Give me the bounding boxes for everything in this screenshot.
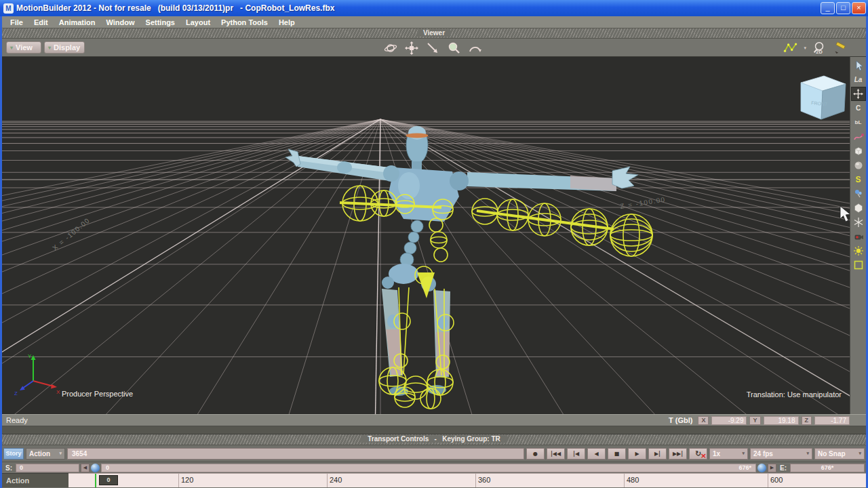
translate-icon[interactable] bbox=[851, 87, 866, 101]
ik-icon[interactable] bbox=[851, 186, 866, 201]
frame-count-field[interactable]: 3654 bbox=[67, 448, 524, 460]
region-frame-icon[interactable] bbox=[851, 258, 866, 272]
manipulator-hint-label: Translation: Use manipulator bbox=[747, 390, 842, 399]
select-line-icon[interactable] bbox=[425, 41, 440, 56]
arc-rotate-icon[interactable] bbox=[467, 41, 482, 56]
playhead-frame-badge: 0 bbox=[99, 475, 118, 485]
menu-help[interactable]: Help bbox=[273, 18, 300, 26]
axis-x-label: X bbox=[56, 389, 60, 395]
story-button[interactable]: Story bbox=[3, 448, 24, 460]
chevron-down-icon: ▾ bbox=[10, 45, 13, 51]
range-start-field[interactable]: 0 bbox=[16, 464, 79, 472]
side-toolbar: La C bL S bbox=[850, 57, 866, 414]
next-key-button[interactable]: ▶| bbox=[648, 448, 667, 460]
viewport-canvas[interactable]: X = -100.00 Z = -100.00 bbox=[2, 57, 850, 414]
z-value-field[interactable]: -1.77 bbox=[814, 416, 850, 425]
app-icon: M bbox=[3, 3, 14, 14]
menu-python-tools[interactable]: Python Tools bbox=[216, 18, 273, 26]
display-dropdown-button[interactable]: ▾ Display bbox=[44, 41, 85, 54]
chevron-down-icon[interactable]: ▾ bbox=[804, 45, 806, 51]
x-axis-tab: X bbox=[698, 416, 709, 425]
step-back-button[interactable]: ◀ bbox=[587, 448, 606, 460]
tick-360: 360 bbox=[478, 476, 490, 484]
status-bar: Ready T (Gbl) X -9.29 Y 19.18 Z -1.77 bbox=[2, 414, 866, 426]
sun-icon[interactable] bbox=[851, 243, 866, 258]
rotate-icon[interactable]: C bbox=[851, 101, 866, 115]
z-axis-tab: Z bbox=[802, 416, 812, 425]
curve-pen-icon[interactable] bbox=[851, 129, 866, 144]
title-bar: M MotionBuilder 2012 - Not for resale (b… bbox=[0, 0, 868, 16]
menu-layout[interactable]: Layout bbox=[180, 18, 216, 26]
play-button[interactable]: ▶ bbox=[628, 448, 646, 460]
scale-icon[interactable]: bL bbox=[851, 115, 866, 129]
draw-icon[interactable] bbox=[832, 41, 847, 56]
lasso-icon[interactable]: La bbox=[851, 73, 866, 87]
timeline: Action 120 240 360 480 600 0 bbox=[2, 473, 866, 487]
view-dropdown-button[interactable]: ▾ View bbox=[6, 41, 41, 54]
snap-dropdown[interactable]: No Snap ▾ bbox=[814, 448, 865, 460]
orbit-icon[interactable] bbox=[383, 41, 398, 56]
viewer-toolbar: ▾ View ▾ Display bbox=[2, 39, 866, 57]
axis-y-label: Y bbox=[28, 353, 32, 359]
s-mode-icon[interactable]: S bbox=[851, 172, 866, 186]
spline-icon[interactable] bbox=[783, 41, 798, 56]
menu-window[interactable]: Window bbox=[101, 18, 140, 26]
snowflake-icon[interactable] bbox=[851, 215, 866, 229]
menu-settings[interactable]: Settings bbox=[140, 18, 180, 26]
timeline-range-row: S: 0 ◀ 0 676* ▶ E: 676* bbox=[2, 462, 866, 473]
grid-label-x: X = -100.00 bbox=[51, 216, 92, 251]
range-end-label: E: bbox=[778, 464, 789, 472]
motionbuilder-window: M MotionBuilder 2012 - Not for resale (b… bbox=[0, 0, 868, 488]
viewer-pane-header: Viewer bbox=[2, 28, 866, 39]
close-button[interactable]: × bbox=[852, 2, 866, 14]
scroll-left-button[interactable]: ◀ bbox=[81, 464, 90, 472]
cube-icon[interactable] bbox=[851, 144, 866, 158]
tick-240: 240 bbox=[330, 476, 342, 484]
tick-600: 600 bbox=[770, 476, 783, 484]
grid-label-z: Z = -100.00 bbox=[620, 195, 667, 209]
go-to-start-button[interactable]: |◀◀ bbox=[547, 448, 565, 460]
view-cube: FRONT bbox=[801, 76, 846, 119]
scroll-right-button[interactable]: ▶ bbox=[768, 464, 776, 472]
playback-speed-dropdown[interactable]: 1x ▾ bbox=[709, 448, 748, 460]
loop-start-value: 0 bbox=[106, 464, 109, 471]
transport-title: Transport Controls - Keying Group: TR bbox=[361, 435, 507, 443]
status-ready-label: Ready bbox=[6, 416, 28, 424]
previous-key-button[interactable]: |◀ bbox=[567, 448, 585, 460]
timeline-ruler[interactable]: 120 240 360 480 600 0 bbox=[68, 473, 866, 487]
zoom-2d-label: 2D bbox=[816, 49, 822, 55]
fps-dropdown[interactable]: 24 fps ▾ bbox=[750, 448, 812, 460]
range-start-label: S: bbox=[3, 464, 14, 472]
geometry-icon[interactable] bbox=[851, 201, 866, 215]
y-value-field[interactable]: 19.18 bbox=[764, 416, 799, 425]
action-mode-dropdown[interactable]: Action ▾ bbox=[26, 448, 65, 460]
zoom-icon[interactable] bbox=[446, 41, 461, 56]
chevron-down-icon: ▾ bbox=[859, 451, 861, 456]
select-arrow-icon[interactable] bbox=[851, 58, 866, 73]
loop-button[interactable]: ↻ × bbox=[689, 448, 707, 460]
minimize-button[interactable]: _ bbox=[821, 2, 835, 14]
camera-marker-icon[interactable] bbox=[851, 229, 866, 243]
menu-file[interactable]: File bbox=[5, 18, 28, 26]
sphere-icon[interactable] bbox=[851, 158, 866, 172]
range-start-handle[interactable] bbox=[91, 464, 100, 472]
range-slider-track[interactable]: 0 676* bbox=[101, 464, 756, 472]
x-value-field[interactable]: -9.29 bbox=[711, 416, 747, 425]
axis-z-label: Z bbox=[14, 390, 18, 396]
go-to-end-button[interactable]: ▶▶| bbox=[669, 448, 687, 460]
stop-button[interactable]: ■ bbox=[608, 448, 626, 460]
range-end-handle[interactable] bbox=[757, 464, 766, 472]
pan-icon[interactable] bbox=[404, 41, 419, 56]
maximize-button[interactable]: □ bbox=[836, 2, 850, 14]
tick-480: 480 bbox=[627, 476, 639, 484]
timeline-track-label: Action bbox=[2, 473, 68, 487]
record-button[interactable]: ● bbox=[526, 448, 545, 460]
playhead[interactable] bbox=[95, 474, 96, 487]
range-end-field[interactable]: 676* bbox=[790, 464, 865, 472]
transform-mode-label: T (Gbl) bbox=[669, 416, 692, 424]
menu-edit[interactable]: Edit bbox=[28, 18, 54, 26]
axis-gizmo: Y X Z bbox=[14, 353, 60, 396]
menu-animation[interactable]: Animation bbox=[54, 18, 101, 26]
zoom-2d-icon[interactable]: 2D bbox=[812, 41, 827, 56]
chevron-down-icon: ▾ bbox=[59, 451, 62, 456]
